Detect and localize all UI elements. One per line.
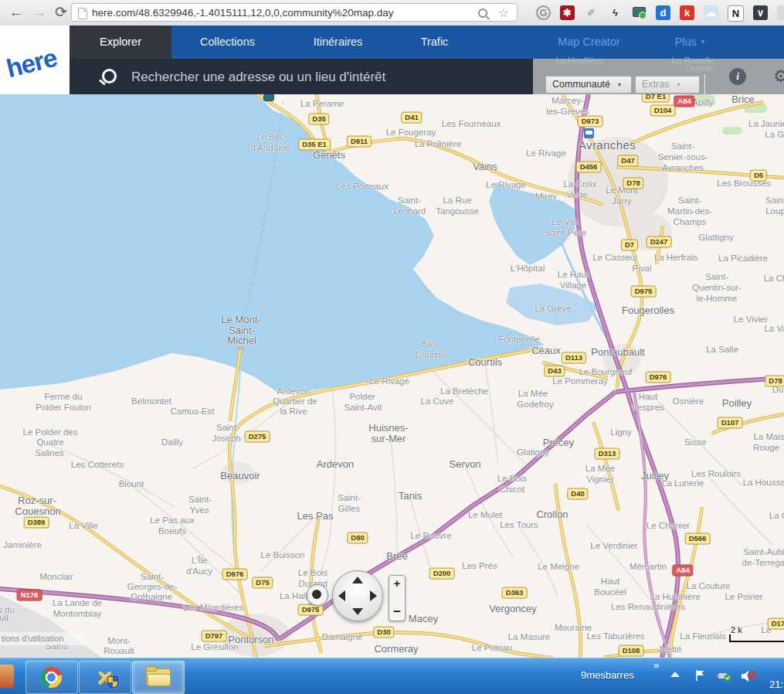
dashlane-icon[interactable]: d bbox=[656, 5, 670, 20]
road-shield: D313 bbox=[595, 448, 620, 460]
show-hidden-icons-button[interactable] bbox=[670, 672, 680, 677]
usb-device-icon[interactable] bbox=[717, 668, 732, 682]
taskbar-toolbar-text[interactable]: 9mesbarres bbox=[581, 669, 634, 681]
remote-desktop-icon[interactable] bbox=[632, 5, 647, 20]
tab-explorer[interactable]: Explorer bbox=[70, 26, 171, 59]
attribution-strip: tions d'utilisation bbox=[0, 632, 85, 645]
map-label: La Salle bbox=[706, 345, 738, 355]
info-icon[interactable]: i bbox=[729, 68, 746, 85]
map-label: Léonard bbox=[393, 207, 426, 216]
map-label: Mémartin bbox=[630, 563, 667, 572]
map-label: La Grève bbox=[535, 304, 571, 314]
keeper-icon[interactable]: k bbox=[680, 5, 694, 20]
map-label: Saint- bbox=[765, 196, 784, 206]
map-label: Saint- bbox=[338, 494, 361, 503]
search-input[interactable] bbox=[130, 65, 504, 90]
cut-taskbar-icon[interactable] bbox=[0, 665, 14, 688]
map-label: La Croix bbox=[564, 180, 597, 189]
map-label: Polder Foulon bbox=[36, 403, 91, 413]
map-label: Les Taburières bbox=[586, 632, 644, 641]
map-label: Le Buisson bbox=[261, 551, 305, 560]
taskbar-clock[interactable]: 21: bbox=[769, 679, 783, 690]
map-label: La Mée bbox=[518, 390, 548, 399]
chrome-taskbar-button[interactable] bbox=[25, 661, 78, 694]
road-shield: D5 bbox=[750, 170, 767, 182]
toolbar-expand-chevron[interactable]: » bbox=[653, 659, 659, 671]
explorer-taskbar-button[interactable] bbox=[132, 661, 185, 694]
map-label: Glattigny bbox=[698, 233, 733, 243]
google-icon[interactable]: G bbox=[536, 5, 551, 20]
road-shield: D30 bbox=[373, 627, 394, 638]
map-label: Le Chanier bbox=[647, 522, 690, 531]
map-label: Fontenelle bbox=[498, 335, 540, 345]
zoom-control[interactable]: + − bbox=[389, 575, 406, 621]
cut-extension-icon[interactable] bbox=[777, 5, 784, 20]
gear-icon[interactable]: ⚙ bbox=[773, 66, 784, 87]
map-label: Le Poteau bbox=[472, 644, 512, 653]
road-shield: D108 bbox=[619, 645, 644, 657]
zoom-page-icon[interactable] bbox=[478, 9, 487, 18]
url-text[interactable]: here.com/48.6329946,-1.4015111,12,0,0,co… bbox=[92, 7, 394, 19]
lastpass-icon[interactable]: ✱ bbox=[560, 5, 575, 20]
tab-trafic[interactable]: Trafic bbox=[386, 26, 483, 59]
pan-up-icon[interactable] bbox=[352, 577, 363, 583]
tab-map-creator[interactable]: Map Creator bbox=[541, 26, 637, 59]
map-label: Quartier de bbox=[273, 397, 317, 407]
action-center-flag-icon[interactable] bbox=[694, 668, 708, 682]
map-canvas[interactable]: La PerameLes FourneauxLe FougerayLa Poli… bbox=[0, 94, 784, 658]
map-label: Champs bbox=[674, 218, 707, 227]
map-label: Mouraine bbox=[555, 624, 592, 633]
tab-plus[interactable]: Plus▾ bbox=[660, 26, 719, 59]
map-label: Céaux bbox=[531, 345, 561, 356]
map-label: Courtils bbox=[468, 357, 502, 367]
pan-down-icon[interactable] bbox=[352, 608, 363, 615]
tab-collections[interactable]: Collections bbox=[179, 26, 276, 59]
zoom-in-button[interactable]: + bbox=[389, 577, 405, 590]
map-label: Godefroy bbox=[517, 400, 553, 410]
map-label: Vains bbox=[473, 162, 497, 172]
bookmark-star-icon[interactable]: ☆ bbox=[498, 5, 509, 20]
road-shield: D975 bbox=[631, 286, 657, 298]
map-label: Saint- bbox=[188, 495, 212, 505]
pan-control[interactable] bbox=[332, 570, 383, 621]
map-label: sur-Mer bbox=[372, 434, 406, 444]
map-label: Saint- bbox=[678, 196, 701, 206]
tools-taskbar-button[interactable] bbox=[79, 661, 131, 694]
map-label: Les Pas bbox=[297, 511, 334, 521]
map-label: Duc bbox=[772, 386, 784, 395]
screenshot-icon[interactable]: N bbox=[728, 5, 744, 22]
map-label: Guêne bbox=[686, 63, 713, 73]
map-label: Poilley bbox=[722, 398, 752, 408]
road-shield: D43 bbox=[544, 366, 565, 377]
pocket-icon[interactable]: ∨ bbox=[753, 5, 768, 20]
map-label: Vergoncey bbox=[489, 604, 536, 614]
back-button[interactable]: ← bbox=[6, 2, 26, 22]
map-label: Saint- bbox=[141, 573, 164, 582]
pan-right-icon[interactable] bbox=[370, 590, 377, 601]
extras-dropdown[interactable]: Extras▾ bbox=[635, 76, 700, 94]
here-logo[interactable]: here bbox=[3, 43, 59, 84]
pan-left-icon[interactable] bbox=[338, 590, 345, 601]
map-label: Le Grésillon bbox=[191, 643, 238, 652]
map-label: La Polinière bbox=[415, 140, 462, 149]
road-shield: D104 bbox=[650, 105, 676, 117]
volume-muted-icon[interactable] bbox=[740, 668, 757, 684]
lightning-icon[interactable]: ϟ bbox=[608, 5, 623, 20]
map-label: La Bretèche bbox=[440, 387, 488, 396]
locate-button[interactable] bbox=[307, 584, 328, 606]
tab-itin-raires[interactable]: Itinéraires bbox=[290, 26, 386, 59]
road-shield: A84 bbox=[674, 96, 694, 107]
map-label: Dailly bbox=[161, 438, 183, 447]
zoom-out-button[interactable]: − bbox=[389, 604, 405, 620]
community-dropdown[interactable]: Communauté▾ bbox=[545, 76, 632, 94]
road-shield: D389 bbox=[24, 517, 49, 529]
weather-icon[interactable]: ☁ bbox=[704, 5, 718, 20]
address-bar[interactable]: here.com/48.6329946,-1.4015111,12,0,0,co… bbox=[71, 3, 518, 22]
disabled-extension-icon[interactable]: ✐ bbox=[584, 5, 599, 20]
forward-button[interactable]: → bbox=[29, 2, 49, 22]
map-label: Le Vivier bbox=[734, 315, 769, 325]
reload-button[interactable]: ⟳ bbox=[51, 2, 71, 22]
map-label: Les Cotterets bbox=[71, 461, 124, 470]
map-label: Quatre bbox=[36, 438, 63, 447]
map-label: Genêts bbox=[313, 150, 345, 160]
